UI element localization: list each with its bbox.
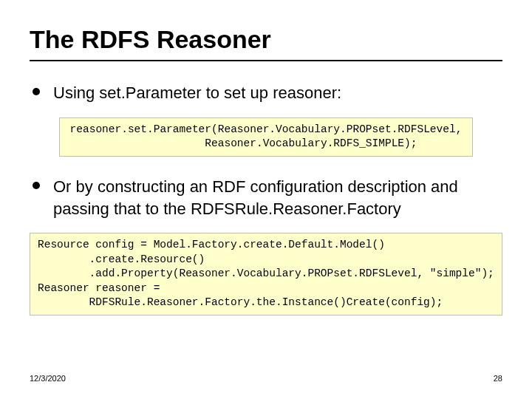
code-block-config: Resource config = Model.Factory.create.D… — [30, 233, 502, 316]
footer-date: 12/3/2020 — [30, 374, 66, 383]
code-block-setparameter: reasoner.set.Parameter(Reasoner.Vocabula… — [59, 117, 473, 157]
slide-title: The RDFS Reasoner — [30, 25, 502, 54]
bullet-icon — [33, 88, 40, 95]
bullet-item: Using set.Parameter to set up reasoner: — [33, 82, 502, 104]
title-rule — [30, 60, 502, 61]
bullet-icon — [33, 182, 40, 189]
bullet-text: Using set.Parameter to set up reasoner: — [53, 82, 341, 104]
slide-footer: 12/3/2020 28 — [30, 374, 502, 383]
footer-page-number: 28 — [494, 374, 502, 383]
bullet-item: Or by constructing an RDF configuration … — [33, 176, 502, 219]
bullet-text: Or by constructing an RDF configuration … — [53, 176, 502, 219]
slide: The RDFS Reasoner Using set.Parameter to… — [0, 0, 532, 399]
